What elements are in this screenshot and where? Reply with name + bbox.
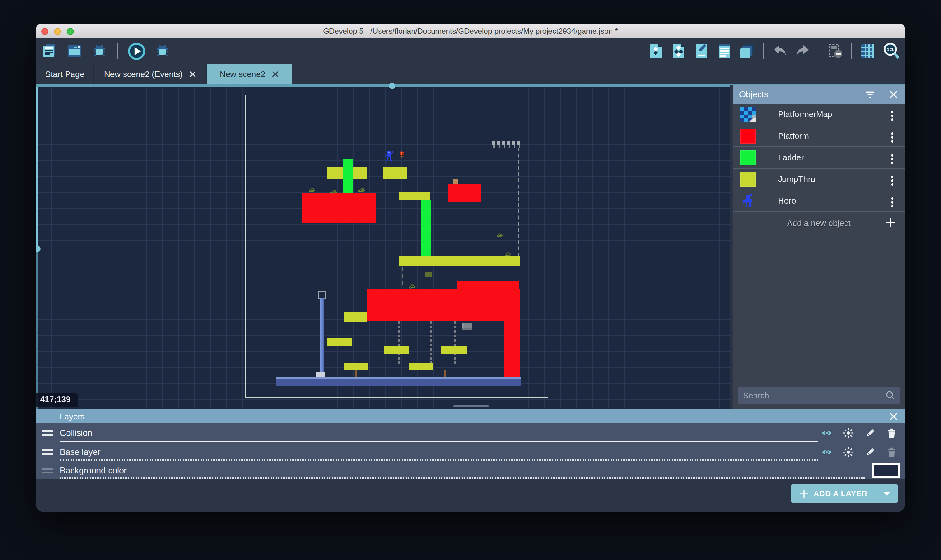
visibility-icon[interactable]: [821, 427, 832, 438]
scene-chain-instance[interactable]: [398, 322, 400, 366]
layer-row-background-color[interactable]: Background color: [36, 462, 905, 479]
add-object-row[interactable]: Add a new object: [733, 212, 905, 234]
scene-brick-instance[interactable]: [462, 323, 472, 330]
scene-post-instance[interactable]: [444, 370, 446, 377]
plus-icon[interactable]: [886, 218, 896, 228]
scene-jumpthru-instance[interactable]: [384, 346, 410, 354]
instances-list-icon[interactable]: [716, 43, 733, 59]
object-menu-icon[interactable]: [891, 154, 893, 156]
drag-handle-icon[interactable]: [42, 430, 54, 432]
scene-grass-instance[interactable]: [505, 251, 506, 252]
background-color-swatch[interactable]: [872, 463, 900, 478]
scene-grass-instance[interactable]: [330, 189, 332, 190]
scene-jumpthru-instance[interactable]: [327, 338, 352, 346]
scene-platform-instance[interactable]: [448, 184, 481, 202]
scene-ladder-instance[interactable]: [421, 200, 431, 257]
zoom-window-button[interactable]: [67, 28, 74, 35]
scene-grass-instance[interactable]: [309, 187, 310, 188]
debug-icon[interactable]: [91, 43, 108, 59]
hero-instance[interactable]: [383, 151, 385, 152]
tab-new-scene2-events[interactable]: New scene2 (Events): [94, 64, 207, 84]
resize-handle-left[interactable]: [36, 246, 41, 252]
object-row-hero[interactable]: Hero: [733, 190, 905, 212]
object-menu-icon[interactable]: [891, 175, 893, 178]
scene-jumpthru-instance[interactable]: [399, 192, 430, 200]
scene-boot-instance[interactable]: [316, 372, 325, 378]
layer-row-base-layer[interactable]: Base layer: [36, 442, 905, 462]
scene-canvas[interactable]: 417;139: [36, 86, 730, 409]
object-menu-icon[interactable]: [891, 197, 893, 200]
close-panel-icon[interactable]: [889, 411, 898, 421]
layers-icon[interactable]: [739, 43, 756, 59]
scene-platform-instance[interactable]: [457, 281, 519, 289]
undo-icon[interactable]: [772, 43, 788, 59]
object-menu-icon[interactable]: [891, 132, 893, 135]
layer-row-collision[interactable]: Collision: [36, 423, 905, 442]
scene-grass-instance[interactable]: [497, 232, 498, 234]
scene-oblock-instance[interactable]: [425, 272, 432, 277]
scene-jumpthru-instance[interactable]: [399, 257, 519, 266]
edit-icon[interactable]: [865, 446, 875, 457]
scene-jumpthru-instance[interactable]: [344, 312, 367, 322]
scene-grass-instance[interactable]: [359, 187, 360, 188]
trash-icon[interactable]: [886, 427, 897, 438]
object-icon[interactable]: [647, 43, 664, 59]
edit-icon[interactable]: [865, 427, 875, 438]
effects-icon[interactable]: [843, 446, 854, 457]
scene-platform-instance[interactable]: [504, 321, 519, 378]
layer-divider: [60, 477, 865, 478]
decor-dashed-rope[interactable]: [517, 148, 519, 257]
close-tab-icon[interactable]: [189, 70, 196, 77]
scene-post-instance[interactable]: [355, 370, 357, 377]
toolbar-left-group: [42, 42, 171, 60]
debug-preview-icon[interactable]: [154, 43, 171, 59]
drag-handle-icon[interactable]: [42, 449, 54, 451]
scene-jumpthru-instance[interactable]: [410, 363, 433, 370]
scene-pole-instance[interactable]: [320, 298, 324, 378]
objects-groups-icon[interactable]: [670, 43, 687, 59]
tab-start-page[interactable]: Start Page: [36, 64, 94, 84]
deselect-instances-icon[interactable]: [827, 43, 844, 59]
close-window-button[interactable]: [42, 28, 48, 35]
close-panel-icon[interactable]: [889, 90, 898, 99]
scene-window-icon[interactable]: [66, 43, 83, 59]
torch-instance[interactable]: [399, 151, 400, 152]
object-row-ladder[interactable]: Ladder: [733, 147, 905, 169]
grid-icon[interactable]: [859, 43, 876, 59]
redo-icon[interactable]: [795, 43, 811, 59]
close-tab-icon[interactable]: [271, 70, 279, 77]
scene-chain-instance[interactable]: [454, 322, 456, 366]
scene-platform-instance[interactable]: [367, 289, 519, 322]
properties-icon[interactable]: [693, 43, 710, 59]
chevron-down-icon[interactable]: [884, 492, 890, 496]
scene-jumpthru-instance[interactable]: [344, 363, 368, 370]
tab-new-scene2[interactable]: New scene2: [207, 64, 291, 84]
trash-icon[interactable]: [886, 446, 897, 457]
scene-jumpthru-instance[interactable]: [441, 346, 467, 354]
object-row-jumpthru[interactable]: JumpThru: [733, 169, 905, 190]
scene-ladder-instance[interactable]: [342, 159, 353, 193]
object-menu-icon[interactable]: [891, 111, 893, 113]
scene-dash2-instance[interactable]: [402, 267, 403, 285]
scene-jumpthru-instance[interactable]: [383, 168, 407, 179]
drag-handle-icon[interactable]: [42, 468, 54, 470]
scene-chain-instance[interactable]: [430, 322, 432, 366]
object-row-platform[interactable]: Platform: [733, 125, 905, 147]
filter-icon[interactable]: [865, 90, 875, 99]
zoom-original-icon[interactable]: 1:1: [882, 42, 900, 60]
visibility-icon[interactable]: [821, 446, 832, 457]
objects-search-input[interactable]: [738, 391, 899, 400]
canvas-hscrollbar-thumb[interactable]: [453, 405, 489, 407]
project-manager-icon[interactable]: [42, 43, 58, 59]
scene-platform-instance[interactable]: [302, 193, 376, 223]
effects-icon[interactable]: [843, 427, 854, 438]
decor-hanging-platforms[interactable]: [491, 141, 519, 148]
floor-instance[interactable]: [276, 377, 521, 386]
resize-handle-top[interactable]: [389, 83, 395, 89]
add-layer-button[interactable]: ADD A LAYER: [791, 484, 898, 503]
objects-panel-title: Objects: [739, 90, 769, 99]
object-row-platformermap[interactable]: PlatformerMap: [733, 104, 905, 125]
play-icon[interactable]: [127, 42, 146, 60]
minimize-window-button[interactable]: [54, 28, 61, 35]
scene-grass-instance[interactable]: [409, 284, 410, 285]
